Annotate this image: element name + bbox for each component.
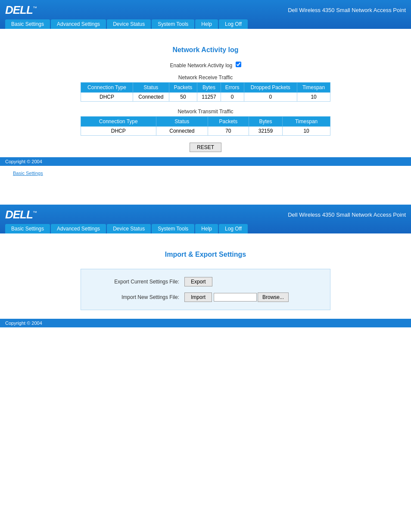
transmit-cell-packets: 70	[208, 127, 249, 136]
page1-content: Network Activity log Enable Network Acti…	[0, 29, 411, 152]
enable-log-checkbox[interactable]	[236, 62, 241, 67]
nav-advanced-settings-1[interactable]: Advanced Settings	[51, 19, 106, 29]
browse-button[interactable]: Browse...	[258, 292, 289, 302]
transmit-cell-status: Connected	[156, 127, 208, 136]
transmit-row-1: DHCP Connected 70 32159 10	[81, 127, 330, 136]
separator: Basic Settings	[0, 166, 411, 183]
enable-log-label: Enable Network Activity log	[170, 62, 241, 68]
receive-cell-packets: 50	[169, 93, 197, 102]
nav-bar-1: Basic Settings Advanced Settings Device …	[5, 19, 406, 29]
header-top-2: DELL™ Dell Wireless 4350 Small Network A…	[5, 208, 406, 224]
nav-device-status-1[interactable]: Device Status	[107, 19, 151, 29]
header-title-2: Dell Wireless 4350 Small Network Access …	[288, 212, 406, 218]
nav-device-status-2[interactable]: Device Status	[107, 224, 151, 233]
reset-button[interactable]: RESET	[190, 143, 221, 152]
export-label: Export Current Settings File:	[90, 279, 184, 285]
footer-1: Copyright © 2004	[0, 157, 411, 166]
reset-row: RESET	[13, 143, 398, 152]
export-row: Export Current Settings File: Export	[90, 277, 321, 286]
receive-col-bytes: Bytes	[197, 83, 221, 93]
receive-traffic-section: Network Receive Traffic Connection Type …	[81, 75, 330, 102]
dell-logo-1: DELL™	[5, 3, 37, 17]
nav-advanced-settings-2[interactable]: Advanced Settings	[51, 224, 106, 233]
nav-bar-2: Basic Settings Advanced Settings Device …	[5, 224, 406, 233]
receive-row-1: DHCP Connected 50 11257 0 0 10	[81, 93, 330, 102]
page1-title: Network Activity log	[13, 46, 398, 54]
header-title-1: Dell Wireless 4350 Small Network Access …	[288, 7, 406, 13]
receive-cell-status: Connected	[133, 93, 169, 102]
import-label: Import New Settings File:	[90, 294, 184, 300]
page2: DELL™ Dell Wireless 4350 Small Network A…	[0, 205, 411, 327]
nav-basic-settings-2[interactable]: Basic Settings	[5, 224, 50, 233]
receive-col-connection: Connection Type	[81, 83, 133, 93]
transmit-col-timespan: Timespan	[283, 117, 330, 127]
receive-cell-bytes: 11257	[197, 93, 221, 102]
receive-cell-dropped: 0	[244, 93, 297, 102]
page2-content: Import & Export Settings Export Current …	[0, 233, 411, 310]
receive-col-packets: Packets	[169, 83, 197, 93]
transmit-traffic-section: Network Transmit Traffic Connection Type…	[81, 109, 330, 136]
receive-col-dropped: Dropped Packets	[244, 83, 297, 93]
nav-logoff-2[interactable]: Log Off	[219, 224, 248, 233]
nav-logoff-1[interactable]: Log Off	[219, 19, 248, 29]
export-button[interactable]: Export	[184, 277, 212, 286]
receive-cell-timespan: 10	[297, 93, 330, 102]
page2-title: Import & Export Settings	[13, 251, 398, 258]
nav-help-1[interactable]: Help	[195, 19, 218, 29]
nav-system-tools-2[interactable]: System Tools	[152, 224, 194, 233]
receive-col-status: Status	[133, 83, 169, 93]
header-top-1: DELL™ Dell Wireless 4350 Small Network A…	[5, 3, 406, 19]
receive-col-timespan: Timespan	[297, 83, 330, 93]
import-file-input[interactable]	[214, 293, 257, 302]
receive-cell-type: DHCP	[81, 93, 133, 102]
enable-log-row: Enable Network Activity log	[13, 62, 398, 68]
spacer	[0, 183, 411, 205]
dell-logo-2: DELL™	[5, 208, 37, 221]
transmit-col-bytes: Bytes	[249, 117, 283, 127]
footer-2: Copyright © 2004	[0, 319, 411, 327]
receive-table: Connection Type Status Packets Bytes Err…	[81, 82, 330, 102]
import-button[interactable]: Import	[184, 292, 212, 302]
transmit-cell-timespan: 10	[283, 127, 330, 136]
page1: DELL™ Dell Wireless 4350 Small Network A…	[0, 0, 411, 166]
transmit-cell-type: DHCP	[81, 127, 156, 136]
nav-basic-settings-1[interactable]: Basic Settings	[5, 19, 50, 29]
separator-link-basic[interactable]: Basic Settings	[13, 171, 43, 176]
receive-title: Network Receive Traffic	[81, 75, 330, 81]
import-row: Import New Settings File: Import Browse.…	[90, 292, 321, 302]
import-export-box: Export Current Settings File: Export Imp…	[81, 269, 330, 310]
receive-col-errors: Errors	[221, 83, 244, 93]
transmit-title: Network Transmit Traffic	[81, 109, 330, 115]
transmit-col-packets: Packets	[208, 117, 249, 127]
nav-help-2[interactable]: Help	[195, 224, 218, 233]
receive-cell-errors: 0	[221, 93, 244, 102]
transmit-col-status: Status	[156, 117, 208, 127]
transmit-table: Connection Type Status Packets Bytes Tim…	[81, 116, 330, 136]
header-bar-1: DELL™ Dell Wireless 4350 Small Network A…	[0, 0, 411, 29]
header-bar-2: DELL™ Dell Wireless 4350 Small Network A…	[0, 205, 411, 233]
transmit-col-connection: Connection Type	[81, 117, 156, 127]
nav-system-tools-1[interactable]: System Tools	[152, 19, 194, 29]
transmit-cell-bytes: 32159	[249, 127, 283, 136]
